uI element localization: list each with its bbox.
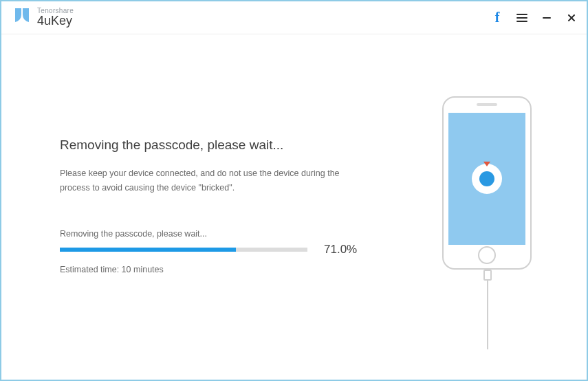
phone-icon: [442, 96, 532, 270]
brand-logo-icon: [14, 7, 30, 28]
progress-bar: [60, 248, 307, 252]
progress-fill: [60, 248, 236, 252]
titlebar: Tenorshare 4uKey f: [1, 1, 587, 34]
headline: Removing the passcode, please wait...: [60, 138, 373, 153]
window-controls: f: [490, 11, 578, 25]
status-label: Removing the passcode, please wait...: [60, 229, 373, 239]
menu-icon[interactable]: [515, 11, 529, 25]
progress-percent: 71.0%: [324, 243, 357, 257]
cable-icon: [486, 270, 490, 352]
phone-screen: [448, 113, 525, 245]
progress-panel: Removing the passcode, please wait... Pl…: [1, 34, 401, 380]
brand: Tenorshare 4uKey: [14, 7, 74, 28]
progress-row: 71.0%: [60, 243, 373, 257]
eta-text: Estimated time: 10 minutes: [60, 265, 373, 274]
app-window: Tenorshare 4uKey f Removing the passcode…: [0, 0, 588, 381]
content: Removing the passcode, please wait... Pl…: [1, 34, 587, 380]
device-illustration: [401, 34, 587, 380]
notice-text: Please keep your device connected, and d…: [60, 166, 342, 196]
compass-icon: [472, 164, 502, 194]
facebook-icon[interactable]: f: [490, 11, 504, 25]
brand-product: 4uKey: [37, 14, 74, 28]
minimize-button[interactable]: [540, 11, 554, 25]
close-button[interactable]: [565, 11, 578, 25]
